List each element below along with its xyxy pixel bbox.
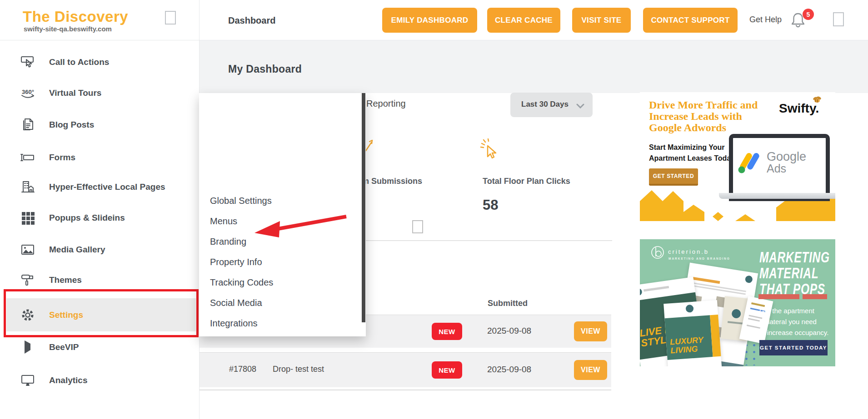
chevron-down-icon xyxy=(576,102,584,110)
date-range-value: Last 30 Days xyxy=(521,100,569,109)
paint-roller-icon xyxy=(20,272,35,288)
table-header-submitted: Submitted xyxy=(488,299,528,308)
google-ads-word1: Google xyxy=(767,151,806,163)
submitted-date: 2025-09-08 xyxy=(487,365,531,375)
criterion-marketing-ad[interactable]: criterion.b MARKETING AND BRANDING LIVE … xyxy=(640,239,835,366)
annotation-arrow xyxy=(250,207,354,240)
monitor-icon xyxy=(20,373,35,388)
get-started-today-button[interactable]: GET STARTED TODAY xyxy=(759,340,828,355)
menu-item-menus[interactable]: Menus xyxy=(210,216,237,227)
google-adwords-ad[interactable]: Drive More Traffic and Increase Leads wi… xyxy=(640,92,835,221)
row-id: #17808 xyxy=(229,365,256,374)
ad-heading-line1: Drive More Traffic and xyxy=(649,99,758,111)
status-badge: NEW xyxy=(432,361,462,379)
sidebar-item-call-to-actions[interactable]: Call to Actions xyxy=(0,46,199,78)
blog-icon xyxy=(20,117,35,133)
grid-icon xyxy=(20,210,35,226)
menu-item-property-info[interactable]: Property Info xyxy=(210,257,262,268)
stat-label-floor-plan-clicks: Total Floor Plan Clicks xyxy=(483,177,570,186)
flag-icon xyxy=(20,340,35,355)
broken-image-icon xyxy=(165,11,176,25)
buildings-icon xyxy=(20,179,35,195)
clear-cache-button[interactable]: CLEAR CACHE xyxy=(487,8,560,33)
sidebar-item-media-gallery[interactable]: Media Gallery xyxy=(0,234,199,266)
brochure-luxury-living: LUXURYLIVING xyxy=(663,300,723,366)
ad-headline-line2: MATERIAL xyxy=(759,265,818,281)
form-submissions-icon xyxy=(365,140,374,153)
divider xyxy=(0,40,199,40)
stat-value-floor-plan-clicks: 58 xyxy=(483,197,498,213)
avatar-placeholder-icon[interactable] xyxy=(833,12,844,26)
brand-logo[interactable]: The Discovery xyxy=(23,8,128,25)
criterion-logo-icon xyxy=(650,245,665,260)
call-to-action-icon xyxy=(20,54,35,70)
annotation-box xyxy=(4,289,199,337)
notification-badge: 5 xyxy=(803,9,814,20)
floor-plan-clicks-icon xyxy=(480,138,500,165)
ad-headline-line1: MARKETING xyxy=(759,249,830,265)
ad-subtext-line2: Apartment Leases Today! xyxy=(649,153,737,164)
menu-item-social-media[interactable]: Social Media xyxy=(210,298,262,309)
sidebar-item-popups-slideins[interactable]: Popups & Slideins xyxy=(0,202,199,234)
360-icon: 360° xyxy=(20,85,35,101)
page-title: Dashboard xyxy=(228,15,275,26)
ad-body-line3: to increase occupancy. xyxy=(759,327,828,338)
view-button[interactable]: VIEW xyxy=(574,321,607,341)
visit-site-button[interactable]: VISIT SITE xyxy=(572,8,631,33)
ad-body-line1: Get the apartment xyxy=(759,306,814,316)
view-button[interactable]: VIEW xyxy=(574,360,607,380)
criterion-brand-sub: MARKETING AND BRANDING xyxy=(668,257,730,260)
contact-support-button[interactable]: CONTACT SUPPORT xyxy=(643,8,738,33)
ad-headline-line3: THAT POPS xyxy=(759,281,825,297)
date-range-select[interactable]: Last 30 Days xyxy=(510,93,593,117)
submitted-date: 2025-09-08 xyxy=(487,326,531,336)
menu-item-global-settings[interactable]: Global Settings xyxy=(210,196,272,207)
menu-item-integrations[interactable]: Integrations xyxy=(210,318,258,329)
chart-placeholder-icon xyxy=(412,220,423,233)
get-started-button[interactable]: GET STARTED xyxy=(649,168,698,186)
google-ads-word2: Ads xyxy=(767,163,806,174)
form-icon xyxy=(20,150,35,165)
sidebar: The Discovery swifty-site-qa.beswifty.co… xyxy=(0,0,200,419)
table-row[interactable]: #17808 Drop- test test NEW 2025-09-08 VI… xyxy=(200,353,611,387)
dropdown-scrollbar[interactable] xyxy=(362,93,365,322)
criterion-brand: criterion.b xyxy=(668,248,709,255)
get-help-link[interactable]: Get Help xyxy=(749,15,782,25)
menu-item-tracking-codes[interactable]: Tracking Codes xyxy=(210,277,273,288)
sidebar-item-local-pages[interactable]: Hyper-Effective Local Pages xyxy=(0,171,199,203)
google-ads-logo xyxy=(737,151,762,174)
table-border xyxy=(200,389,611,390)
status-badge: NEW xyxy=(432,323,462,340)
sidebar-item-virtual-tours[interactable]: 360° Virtual Tours xyxy=(0,77,199,109)
ad-body-line2: collateral you need xyxy=(759,316,817,327)
laptop-screen: Google Ads xyxy=(729,134,830,201)
row-name: Drop- test test xyxy=(273,365,324,374)
top-header: Dashboard EMILY DASHBOARD CLEAR CACHE VI… xyxy=(199,0,868,40)
brand-domain: swifty-site-qa.beswifty.com xyxy=(24,25,112,33)
ad-heading-line2: Increase Leads with xyxy=(649,111,742,122)
laptop-base xyxy=(719,193,835,199)
reporting-label: Reporting xyxy=(366,99,406,109)
stat-label-submissions: m Submissions xyxy=(362,177,422,186)
sidebar-item-forms[interactable]: Forms xyxy=(0,142,199,173)
ad-heading-line3: Google Adwords xyxy=(649,122,726,133)
dashboard-heading: My Dashboard xyxy=(228,63,302,75)
emily-dashboard-button[interactable]: EMILY DASHBOARD xyxy=(382,8,477,33)
image-icon xyxy=(20,242,35,257)
bee-icon xyxy=(812,96,823,105)
sidebar-item-blog-posts[interactable]: Blog Posts xyxy=(0,109,199,141)
menu-item-branding[interactable]: Branding xyxy=(210,237,246,247)
sidebar-item-analytics[interactable]: Analytics xyxy=(0,365,199,396)
ad-subtext-line1: Start Maximizing Your xyxy=(649,142,725,153)
